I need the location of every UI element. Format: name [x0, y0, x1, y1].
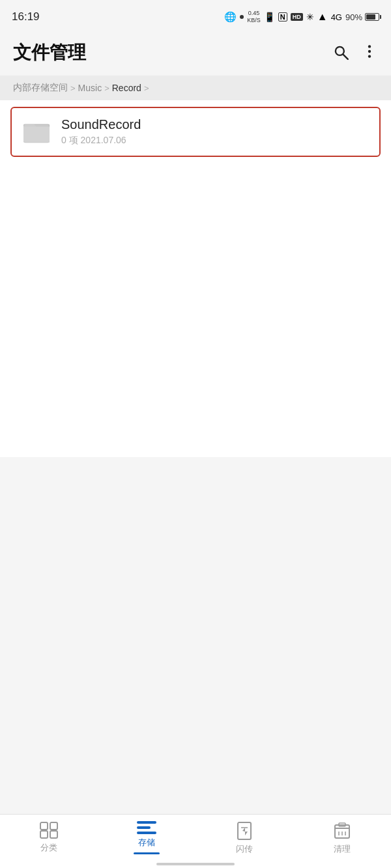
home-bar — [156, 863, 235, 865]
svg-point-0 — [336, 46, 344, 55]
nav-label-clean: 清理 — [334, 843, 351, 855]
nav-item-storage[interactable]: 存储 — [124, 821, 169, 854]
svg-rect-8 — [40, 822, 48, 830]
status-icons: 🌐 0.45 KB/S 📱 N HD ✳ ▲ 4G 90% — [224, 10, 379, 24]
breadcrumb-internal-storage[interactable]: 内部存储空间 — [13, 82, 68, 94]
nav-active-indicator — [134, 852, 160, 854]
nav-item-category[interactable]: 分类 — [26, 821, 72, 854]
wifi-icon: ▲ — [317, 11, 328, 23]
more-icon — [361, 43, 378, 60]
battery-fill — [366, 14, 375, 20]
hd-badge: HD — [291, 13, 303, 21]
header-actions — [332, 43, 378, 63]
main-content: SoundRecord 0 项 2021.07.06 — [0, 100, 391, 457]
folder-name: SoundRecord — [61, 117, 141, 132]
battery-level: 90% — [345, 12, 362, 22]
app-header: 文件管理 — [0, 34, 391, 76]
search-icon — [332, 44, 349, 61]
breadcrumb-record[interactable]: Record — [112, 83, 141, 93]
breadcrumb-music[interactable]: Music — [78, 83, 102, 93]
dot-indicator — [240, 15, 244, 19]
battery-icon — [365, 13, 379, 21]
status-time: 16:19 — [12, 10, 40, 23]
more-button[interactable] — [361, 43, 378, 63]
nav-item-flash[interactable]: 闪传 — [222, 821, 267, 855]
nav-label-flash: 闪传 — [236, 843, 253, 855]
folder-icon — [23, 120, 50, 144]
bottom-nav: 分类 存储 闪传 清理 — [0, 814, 391, 859]
svg-point-3 — [368, 50, 371, 53]
folder-info: SoundRecord 0 项 2021.07.06 — [61, 117, 141, 147]
nfc-icon: N — [278, 12, 287, 21]
category-icon — [39, 821, 59, 839]
svg-rect-7 — [23, 126, 50, 142]
svg-point-2 — [368, 45, 371, 48]
flash-icon — [235, 821, 253, 841]
breadcrumb-sep-2: > — [104, 83, 109, 93]
nav-label-category: 分类 — [40, 842, 57, 854]
speed-indicator: 0.45 KB/S — [247, 10, 261, 24]
svg-rect-10 — [40, 831, 48, 838]
globe-icon: 🌐 — [224, 11, 237, 23]
svg-rect-9 — [50, 822, 57, 830]
signal-icon: 4G — [331, 12, 342, 22]
home-indicator — [0, 859, 391, 868]
nav-label-storage: 存储 — [138, 837, 155, 848]
status-bar: 16:19 🌐 0.45 KB/S 📱 N HD ✳ ▲ 4G 90% — [0, 0, 391, 34]
folder-item-wrapper: SoundRecord 0 项 2021.07.06 — [0, 100, 391, 163]
breadcrumb: 内部存储空间 > Music > Record > — [0, 76, 391, 100]
breadcrumb-sep-3: > — [144, 83, 149, 93]
folder-icon-container — [22, 118, 51, 147]
app-title: 文件管理 — [13, 40, 86, 65]
storage-icon — [137, 821, 156, 834]
clean-icon — [332, 821, 352, 841]
breadcrumb-sep-1: > — [70, 83, 76, 93]
folder-item[interactable]: SoundRecord 0 项 2021.07.06 — [10, 107, 381, 157]
search-button[interactable] — [332, 44, 349, 63]
bluetooth-icon: ✳ — [306, 12, 314, 22]
battery-container: 90% — [345, 12, 379, 22]
svg-rect-11 — [50, 831, 57, 838]
phone-icon: 📱 — [264, 12, 275, 22]
svg-point-4 — [368, 55, 371, 57]
nav-item-clean[interactable]: 清理 — [319, 821, 365, 855]
folder-meta: 0 项 2021.07.06 — [61, 135, 141, 147]
svg-line-1 — [343, 54, 348, 59]
